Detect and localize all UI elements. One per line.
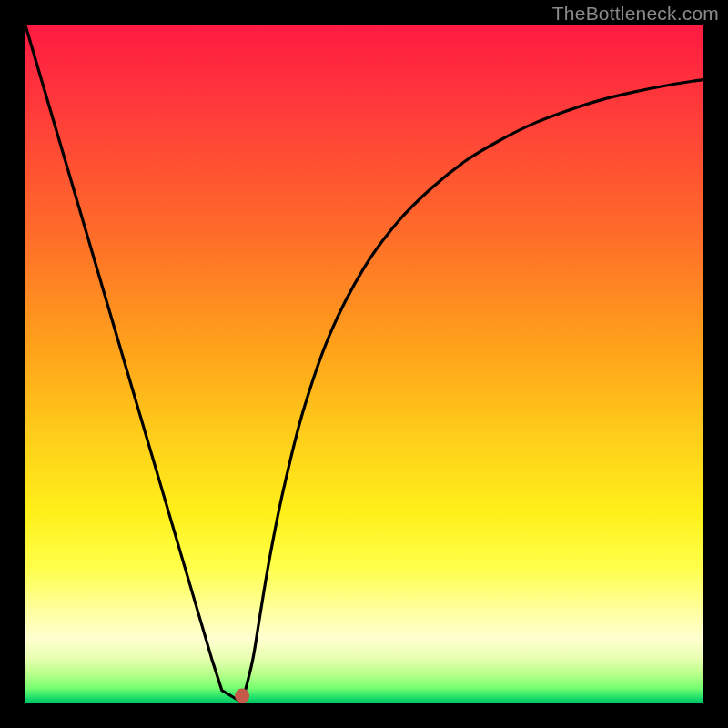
watermark-text: TheBottleneck.com: [552, 3, 719, 25]
chart-plot-area: [25, 25, 703, 703]
chart-frame: TheBottleneck.com: [0, 0, 728, 728]
bottleneck-chart: [25, 25, 703, 703]
gradient-background: [25, 25, 703, 703]
optimal-point-marker: [235, 689, 249, 703]
